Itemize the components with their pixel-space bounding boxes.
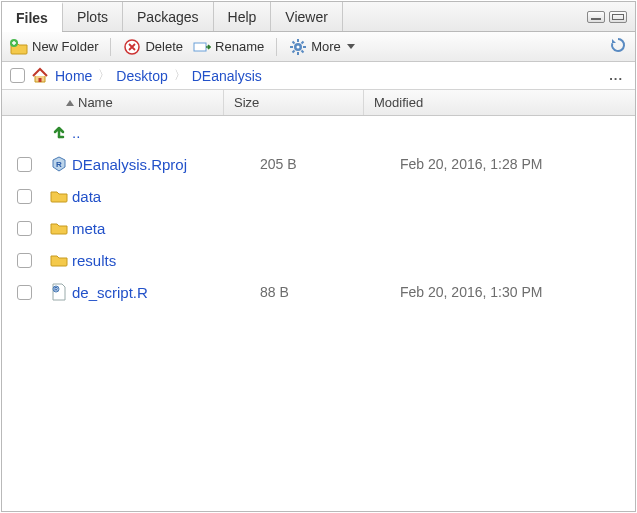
up-arrow-icon [50, 123, 68, 141]
folder-icon [50, 251, 68, 269]
file-row[interactable]: results [2, 244, 635, 276]
row-checkbox[interactable] [17, 285, 32, 300]
file-row[interactable]: R DEanalysis.Rproj 205 B Feb 20, 2016, 1… [2, 148, 635, 180]
window-controls [587, 2, 635, 31]
tab-label: Files [16, 10, 48, 26]
row-checkbox[interactable] [17, 189, 32, 204]
svg-text:R: R [54, 286, 58, 292]
sort-asc-icon [66, 100, 74, 106]
file-modified: Feb 20, 2016, 1:28 PM [390, 156, 635, 172]
button-label: Delete [145, 39, 183, 54]
chevron-right-icon: 〉 [98, 67, 110, 84]
toolbar: New Folder Delete Rename More [2, 32, 635, 62]
file-name: DEanalysis.Rproj [72, 156, 250, 173]
chevron-down-icon [347, 44, 355, 49]
tab-packages[interactable]: Packages [123, 2, 213, 31]
column-header: Name Size Modified [2, 90, 635, 116]
parent-dir-row[interactable]: .. [2, 116, 635, 148]
files-panel: Files Plots Packages Help Viewer New Fol… [1, 1, 636, 512]
button-label: Rename [215, 39, 264, 54]
new-folder-button[interactable]: New Folder [10, 38, 98, 56]
file-row[interactable]: meta [2, 212, 635, 244]
svg-text:R: R [56, 160, 62, 169]
button-label: New Folder [32, 39, 98, 54]
folder-icon [50, 187, 68, 205]
file-name: meta [72, 220, 250, 237]
new-folder-icon [10, 38, 28, 56]
breadcrumb-home[interactable]: Home [55, 68, 92, 84]
rename-icon [193, 38, 211, 56]
refresh-icon [609, 36, 627, 58]
rscript-icon: R [50, 283, 68, 301]
file-size: 205 B [250, 156, 390, 172]
more-menu[interactable]: ... [609, 68, 627, 83]
breadcrumb-bar: Home 〉 Desktop 〉 DEanalysis ... [2, 62, 635, 90]
tab-viewer[interactable]: Viewer [271, 2, 343, 31]
file-row[interactable]: data [2, 180, 635, 212]
column-label: Name [78, 95, 113, 110]
row-checkbox[interactable] [17, 221, 32, 236]
svg-point-4 [297, 45, 300, 48]
delete-button[interactable]: Delete [123, 38, 183, 56]
file-list: .. R DEanalysis.Rproj 205 B Feb 20, 2016… [2, 116, 635, 511]
tab-label: Packages [137, 9, 198, 25]
file-modified: Feb 20, 2016, 1:30 PM [390, 284, 635, 300]
tab-label: Plots [77, 9, 108, 25]
file-name: data [72, 188, 250, 205]
svg-rect-5 [39, 78, 42, 82]
breadcrumb-item[interactable]: DEanalysis [192, 68, 262, 84]
rename-button[interactable]: Rename [193, 38, 264, 56]
file-size: 88 B [250, 284, 390, 300]
tab-plots[interactable]: Plots [63, 2, 123, 31]
column-label: Size [234, 95, 259, 110]
breadcrumb-item[interactable]: Desktop [116, 68, 167, 84]
row-checkbox[interactable] [17, 253, 32, 268]
tab-help[interactable]: Help [214, 2, 272, 31]
folder-icon [50, 219, 68, 237]
column-name[interactable]: Name [46, 90, 224, 115]
home-icon[interactable] [31, 67, 49, 85]
more-button[interactable]: More [289, 38, 355, 56]
delete-icon [123, 38, 141, 56]
column-label: Modified [374, 95, 423, 110]
file-name: .. [72, 124, 250, 141]
maximize-button[interactable] [609, 11, 627, 23]
tab-files[interactable]: Files [2, 2, 63, 31]
tab-label: Viewer [285, 9, 328, 25]
svg-rect-2 [194, 43, 206, 51]
column-size[interactable]: Size [224, 90, 364, 115]
file-name: results [72, 252, 250, 269]
file-name: de_script.R [72, 284, 250, 301]
refresh-button[interactable] [609, 36, 627, 58]
tab-label: Help [228, 9, 257, 25]
row-checkbox[interactable] [17, 157, 32, 172]
file-row[interactable]: R de_script.R 88 B Feb 20, 2016, 1:30 PM [2, 276, 635, 308]
minimize-button[interactable] [587, 11, 605, 23]
rproj-icon: R [50, 155, 68, 173]
select-all-checkbox[interactable] [10, 68, 25, 83]
chevron-right-icon: 〉 [174, 67, 186, 84]
gear-icon [289, 38, 307, 56]
column-modified[interactable]: Modified [364, 90, 635, 115]
button-label: More [311, 39, 341, 54]
tab-bar: Files Plots Packages Help Viewer [2, 2, 635, 32]
